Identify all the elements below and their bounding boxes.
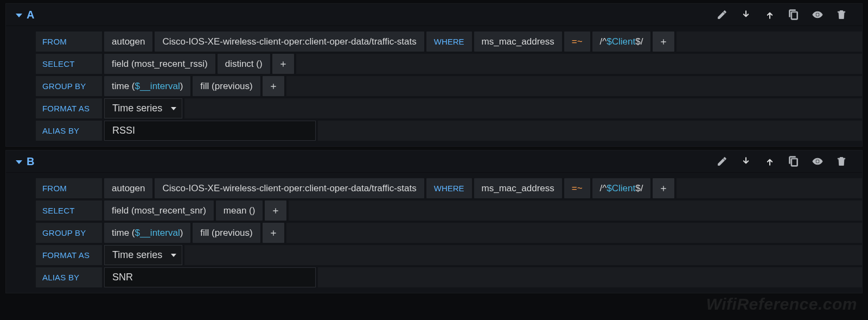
where-add-button[interactable] [653, 32, 674, 52]
query-block-b: B FROM autogen Cisco-IOS-XE-wireless-cli… [5, 150, 863, 293]
retention-policy[interactable]: autogen [104, 178, 152, 198]
select-add-button[interactable] [272, 54, 294, 74]
alias-row: ALIAS BY SNR [36, 267, 862, 287]
query-block-a: A FROM autogen Cisco-IOS-XE-wireless-cli… [5, 3, 863, 147]
plus-icon [269, 82, 278, 91]
plus-icon [279, 60, 288, 68]
row-fill [289, 200, 862, 221]
groupby-row: GROUP BY time ($__interval) fill (previo… [36, 76, 862, 96]
from-label: FROM [36, 178, 102, 198]
plus-icon [271, 206, 280, 215]
alias-label: ALIAS BY [36, 121, 102, 141]
format-label: FORMAT AS [36, 98, 102, 118]
format-row: FORMAT AS Time series [36, 98, 862, 118]
groupby-label: GROUP BY [36, 223, 102, 243]
from-label: FROM [36, 32, 102, 52]
where-keyword[interactable]: WHERE [426, 32, 472, 52]
row-fill [676, 32, 862, 52]
move-down-icon[interactable] [741, 156, 751, 167]
select-label: SELECT [36, 54, 102, 74]
where-operator[interactable]: =~ [564, 178, 590, 198]
select-row: SELECT field (most_recent_snr) mean () [36, 200, 862, 221]
select-row: SELECT field (most_recent_rssi) distinct… [36, 54, 862, 74]
where-field[interactable]: ms_mac_address [474, 178, 562, 198]
plus-icon [659, 37, 668, 46]
groupby-fill[interactable]: fill (previous) [193, 223, 260, 243]
row-fill [184, 98, 862, 118]
groupby-add-button[interactable] [263, 76, 284, 96]
alias-row: ALIAS BY RSSI [36, 121, 862, 141]
row-fill [286, 76, 862, 96]
select-field[interactable]: field (most_recent_snr) [104, 200, 214, 221]
from-row: FROM autogen Cisco-IOS-XE-wireless-clien… [36, 32, 862, 52]
duplicate-icon[interactable] [788, 9, 799, 20]
collapse-icon[interactable] [16, 14, 22, 17]
where-field[interactable]: ms_mac_address [474, 32, 562, 52]
collapse-icon[interactable] [16, 160, 22, 164]
measurement[interactable]: Cisco-IOS-XE-wireless-client-oper:client… [155, 178, 424, 198]
row-fill [286, 223, 862, 243]
delete-icon[interactable] [836, 9, 847, 20]
chevron-down-icon [171, 254, 176, 257]
where-operator[interactable]: =~ [564, 32, 590, 52]
plus-icon [269, 229, 278, 237]
select-label: SELECT [36, 200, 102, 221]
groupby-time[interactable]: time ($__interval) [104, 76, 190, 96]
move-down-icon[interactable] [741, 9, 751, 20]
where-value[interactable]: /^$Client$/ [592, 178, 651, 198]
retention-policy[interactable]: autogen [104, 32, 152, 52]
toggle-visibility-icon[interactable] [812, 9, 823, 20]
move-up-icon[interactable] [764, 156, 775, 167]
where-value[interactable]: /^$Client$/ [592, 32, 651, 52]
groupby-label: GROUP BY [36, 76, 102, 96]
groupby-fill[interactable]: fill (previous) [193, 76, 260, 96]
duplicate-icon[interactable] [788, 156, 799, 167]
query-letter: B [27, 155, 34, 168]
groupby-time[interactable]: time ($__interval) [104, 223, 190, 243]
select-aggregate[interactable]: mean () [216, 200, 263, 221]
row-fill [318, 267, 862, 287]
query-header[interactable]: A [6, 4, 862, 26]
row-fill [676, 178, 862, 198]
edit-icon[interactable] [717, 156, 727, 167]
row-fill [318, 121, 862, 141]
move-up-icon[interactable] [764, 9, 775, 20]
query-header[interactable]: B [6, 150, 862, 173]
alias-label: ALIAS BY [36, 267, 102, 287]
edit-icon[interactable] [717, 9, 727, 20]
measurement[interactable]: Cisco-IOS-XE-wireless-client-oper:client… [155, 32, 424, 52]
watermark-text: WifiReference.com [706, 295, 857, 313]
format-select[interactable]: Time series [104, 245, 182, 265]
select-add-button[interactable] [265, 200, 286, 221]
chevron-down-icon [171, 107, 176, 110]
from-row: FROM autogen Cisco-IOS-XE-wireless-clien… [36, 178, 862, 198]
groupby-add-button[interactable] [263, 223, 284, 243]
row-fill [296, 54, 862, 74]
format-label: FORMAT AS [36, 245, 102, 265]
alias-input[interactable]: SNR [104, 267, 316, 287]
delete-icon[interactable] [836, 156, 847, 167]
groupby-row: GROUP BY time ($__interval) fill (previo… [36, 223, 862, 243]
toggle-visibility-icon[interactable] [812, 156, 823, 167]
row-fill [184, 245, 862, 265]
format-select[interactable]: Time series [104, 98, 182, 118]
select-field[interactable]: field (most_recent_rssi) [104, 54, 215, 74]
query-letter: A [27, 9, 34, 21]
alias-input[interactable]: RSSI [104, 121, 316, 141]
plus-icon [659, 184, 668, 193]
select-aggregate[interactable]: distinct () [218, 54, 270, 74]
where-keyword[interactable]: WHERE [426, 178, 472, 198]
where-add-button[interactable] [653, 178, 674, 198]
format-row: FORMAT AS Time series [36, 245, 862, 265]
